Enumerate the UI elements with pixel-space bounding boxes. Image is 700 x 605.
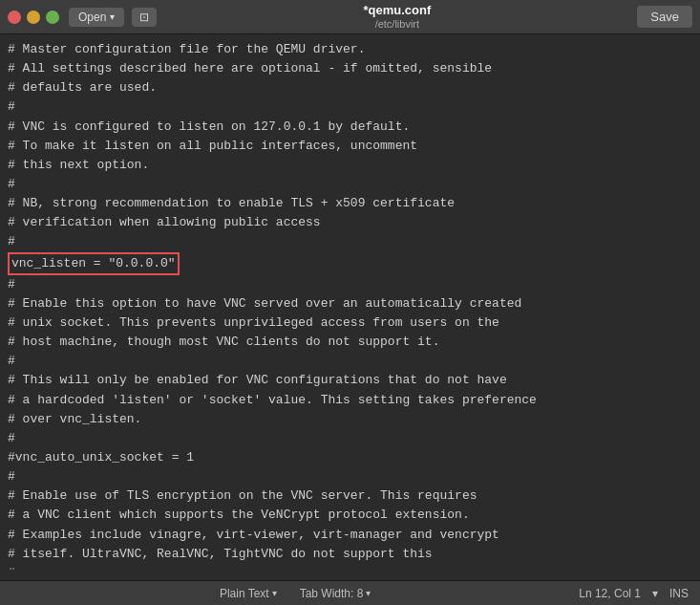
doc-icon-button[interactable]: ⊡ <box>132 8 157 27</box>
line-28: # <box>8 566 15 570</box>
line-20: # over vnc_listen. <box>8 412 141 426</box>
language-selector[interactable]: Plain Text ▾ <box>208 587 288 600</box>
line-7: # this next option. <box>8 158 149 172</box>
tab-width-label: Tab Width: 8 <box>300 587 364 600</box>
minimize-button[interactable] <box>27 11 40 24</box>
line-23: # <box>8 469 15 484</box>
line-10: # verification when allowing public acce… <box>8 215 321 229</box>
line-26: # Examples include vinagre, virt-viewer,… <box>8 528 499 542</box>
save-button[interactable]: Save <box>637 6 692 28</box>
open-button[interactable]: Open ▾ <box>69 8 124 27</box>
tab-width-selector[interactable]: Tab Width: 8 ▾ <box>288 587 383 600</box>
line-18: # This will only be enabled for VNC conf… <box>8 373 507 387</box>
line-9: # NB, strong recommendation to enable TL… <box>8 196 455 210</box>
statusbar-right: Ln 12, Col 1 ▾ INS <box>579 587 689 600</box>
line-17: # <box>8 354 15 368</box>
language-dropdown-icon: ▾ <box>272 588 277 598</box>
titlebar: Open ▾ ⊡ *qemu.conf /etc/libvirt Save <box>0 0 700 34</box>
doc-icon: ⊡ <box>139 11 149 24</box>
line-24: # Enable use of TLS encryption on the VN… <box>8 488 477 503</box>
open-button-label: Open <box>78 11 106 24</box>
open-dropdown-arrow-icon: ▾ <box>110 11 115 22</box>
line-21: # <box>8 431 15 445</box>
cursor-position-label: Ln 12, Col 1 <box>579 587 641 600</box>
line-14: # Enable this option to have VNC served … <box>8 296 521 311</box>
line-15: # unix socket. This prevents unprivilege… <box>8 315 499 330</box>
line-16: # host machine, though most VNC clients … <box>8 335 439 349</box>
line-5: # VNC is configured to listen on 127.0.0… <box>8 119 410 134</box>
line-8: # <box>8 177 15 191</box>
cursor-position-dropdown-icon: ▾ <box>652 587 658 600</box>
line-11: # <box>8 234 15 248</box>
line-22: #vnc_auto_unix_socket = 1 <box>8 450 194 465</box>
insert-mode-label: INS <box>669 587 689 600</box>
tab-width-dropdown-icon: ▾ <box>366 588 371 598</box>
line-3: # defaults are used. <box>8 80 157 95</box>
editor-area[interactable]: # Master configuration file for the QEMU… <box>0 34 700 570</box>
line-1: # Master configuration file for the QEMU… <box>8 42 365 56</box>
titlebar-path: /etc/libvirt <box>157 18 637 31</box>
line-25: # a VNC client which supports the VeNCry… <box>8 508 470 522</box>
titlebar-center: *qemu.conf /etc/libvirt <box>157 3 637 31</box>
line-12-highlighted: vnc_listen = "0.0.0.0" <box>8 252 180 275</box>
line-13: # <box>8 277 15 292</box>
line-27: # itself. UltraVNC, RealVNC, TightVNC do… <box>8 547 433 561</box>
language-label: Plain Text <box>220 587 269 600</box>
line-4: # <box>8 99 15 114</box>
maximize-button[interactable] <box>46 11 59 24</box>
line-2: # All settings described here are option… <box>8 61 492 76</box>
editor-content: # Master configuration file for the QEMU… <box>8 40 692 570</box>
statusbar-left: Plain Text ▾ Tab Width: 8 ▾ <box>11 587 579 600</box>
titlebar-filename: *qemu.conf <box>157 3 637 18</box>
window-controls <box>8 11 59 24</box>
close-button[interactable] <box>8 11 21 24</box>
line-19: # a hardcoded 'listen' or 'socket' value… <box>8 393 537 407</box>
statusbar: Plain Text ▾ Tab Width: 8 ▾ Ln 12, Col 1… <box>0 580 700 605</box>
line-6: # To make it listen on all public interf… <box>8 139 417 153</box>
